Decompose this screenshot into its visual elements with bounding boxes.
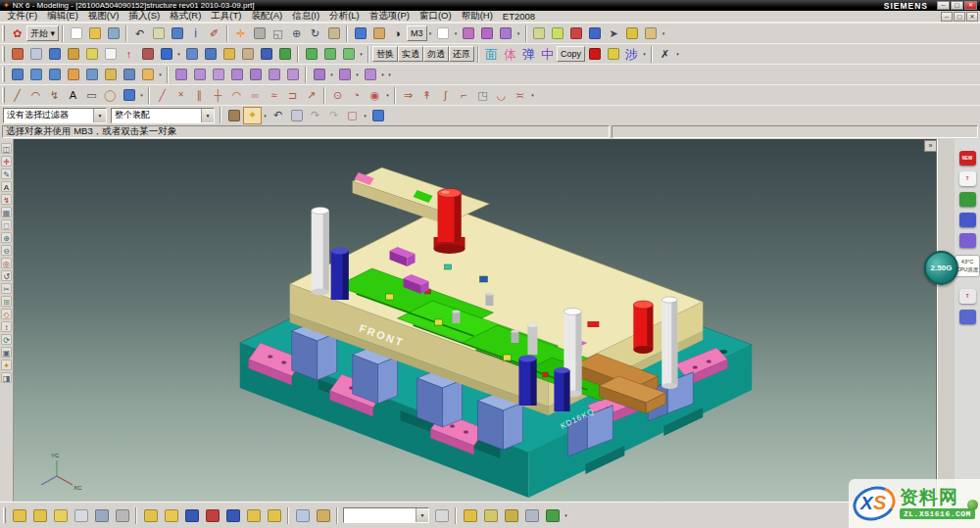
find-component-icon[interactable] bbox=[29, 505, 50, 525]
wave-cube-1-icon[interactable] bbox=[172, 66, 190, 83]
wave-link-icon[interactable] bbox=[302, 45, 320, 63]
die-assembly-model[interactable]: FRONT KD16KQ XC YC bbox=[14, 139, 936, 502]
menu-insert[interactable]: 插入(S) bbox=[123, 10, 165, 23]
rotate-view-icon[interactable]: ↻ bbox=[306, 24, 324, 42]
camera-icon[interactable] bbox=[91, 505, 112, 525]
info-icon[interactable]: i bbox=[186, 24, 205, 42]
undo-selection-icon[interactable]: ↶ bbox=[269, 107, 287, 124]
undo-icon[interactable]: ↶ bbox=[130, 24, 149, 42]
menu-format[interactable]: 格式(R) bbox=[165, 10, 206, 23]
gamepad-gadget-icon[interactable] bbox=[959, 213, 976, 227]
exploded-view-icon[interactable] bbox=[292, 505, 313, 525]
left-tool-pencil-icon[interactable]: ✎ bbox=[1, 168, 12, 179]
left-tool-table-icon[interactable]: ▦ bbox=[1, 207, 12, 217]
drafting-icon[interactable] bbox=[642, 24, 661, 42]
left-tool-diamond-icon[interactable]: ◇ bbox=[1, 309, 12, 319]
toolbar-handle[interactable] bbox=[2, 25, 5, 41]
new-gadget-icon[interactable]: NEW bbox=[959, 151, 976, 166]
make-corner-icon[interactable]: ◳ bbox=[473, 86, 492, 104]
select-chain-icon[interactable] bbox=[224, 107, 243, 124]
wave-cube-3-icon[interactable] bbox=[209, 66, 227, 83]
snap-point-icon[interactable]: ✦ bbox=[243, 107, 262, 124]
no-transparent-button[interactable]: 勿透 bbox=[423, 46, 449, 62]
intersection-icon[interactable]: ┼ bbox=[209, 86, 227, 104]
hole-icon[interactable] bbox=[238, 45, 257, 63]
two-circles-icon[interactable]: ∞ bbox=[246, 86, 265, 104]
assembly-constraints-icon[interactable] bbox=[567, 24, 586, 42]
wave-geometry-icon[interactable] bbox=[320, 45, 339, 63]
patch-icon[interactable] bbox=[275, 45, 294, 63]
hide-component-icon[interactable]: ✗ bbox=[656, 45, 674, 63]
left-tool-star-icon[interactable]: ✦ bbox=[1, 360, 12, 370]
left-tool-vresize-icon[interactable]: ↕ bbox=[1, 321, 12, 332]
wave-cube-4-icon[interactable] bbox=[227, 66, 246, 83]
open-component-icon[interactable] bbox=[50, 505, 71, 525]
save-icon[interactable] bbox=[104, 24, 122, 42]
unite-icon[interactable] bbox=[182, 45, 201, 63]
close-button[interactable]: ✕ bbox=[964, 1, 977, 10]
perspective-icon[interactable] bbox=[324, 24, 343, 42]
studio-spline-icon[interactable]: ≈ bbox=[265, 86, 283, 104]
interpart-copy-icon[interactable] bbox=[335, 66, 354, 83]
left-tool-square-icon[interactable]: ◻ bbox=[1, 219, 12, 230]
revolve-icon[interactable] bbox=[64, 45, 82, 63]
edit-object-display-icon[interactable] bbox=[623, 24, 642, 42]
menu-et2008[interactable]: ET2008 bbox=[498, 11, 540, 22]
clip-section-icon[interactable] bbox=[460, 24, 478, 42]
replace-button[interactable]: 替换 bbox=[372, 46, 398, 62]
m3-view-button[interactable]: M3 bbox=[407, 25, 427, 41]
menu-information[interactable]: 信息(I) bbox=[287, 10, 324, 23]
center-button[interactable]: 中 bbox=[538, 45, 557, 63]
extrude-icon[interactable] bbox=[45, 45, 64, 63]
datum-axis-icon[interactable]: ↑ bbox=[120, 45, 138, 63]
chain-icon[interactable] bbox=[431, 505, 452, 525]
copy-button[interactable]: Copy bbox=[557, 46, 585, 62]
left-tool-grid-icon[interactable]: ◫ bbox=[1, 143, 12, 154]
mirror-assembly-icon[interactable] bbox=[181, 505, 202, 525]
wade-button[interactable]: 涉 bbox=[622, 45, 641, 63]
battery-gadget-icon[interactable] bbox=[959, 192, 976, 207]
mirror-body-icon[interactable] bbox=[339, 45, 358, 63]
offset-curve-icon[interactable]: ⊐ bbox=[283, 86, 302, 104]
left-tool-cross-icon[interactable]: ✛ bbox=[1, 156, 12, 167]
shaded-view-icon[interactable] bbox=[351, 24, 369, 42]
pan-icon[interactable] bbox=[250, 24, 269, 42]
assembly-navigator-icon[interactable] bbox=[9, 505, 29, 525]
zoom-window-icon[interactable]: ◱ bbox=[269, 24, 287, 42]
check-mate-icon[interactable] bbox=[542, 505, 563, 525]
flange-icon[interactable] bbox=[26, 66, 45, 83]
select-arrow-icon[interactable]: ➤ bbox=[605, 24, 623, 42]
clearance-analysis-icon[interactable] bbox=[480, 505, 501, 525]
resource-bar[interactable]: » bbox=[937, 139, 955, 502]
close-arc-icon[interactable]: ◡ bbox=[492, 86, 511, 104]
circle-arc-icon[interactable]: ◔ bbox=[347, 86, 366, 104]
wireframe-view-icon[interactable] bbox=[369, 24, 388, 42]
bend-icon[interactable] bbox=[8, 66, 26, 83]
tangent-arc-icon[interactable]: ◠ bbox=[227, 86, 246, 104]
body-button[interactable]: 体 bbox=[501, 45, 519, 63]
solid-transparent-button[interactable]: 实透 bbox=[398, 46, 423, 62]
left-tool-refresh-icon[interactable]: ⟳ bbox=[1, 334, 12, 345]
fillet-icon[interactable]: ʃ bbox=[436, 86, 455, 104]
chamfer-icon[interactable]: ⌐ bbox=[455, 86, 473, 104]
left-tool-target-icon[interactable]: ◎ bbox=[1, 258, 12, 268]
mdi-minimize-button[interactable]: ─ bbox=[941, 12, 953, 22]
wave-cube-7-icon[interactable] bbox=[283, 66, 302, 83]
polyline-icon[interactable]: ↯ bbox=[45, 86, 64, 104]
line-icon[interactable]: ╱ bbox=[153, 86, 172, 104]
louver-icon[interactable] bbox=[120, 66, 138, 83]
arrow-up-icon[interactable]: ↗ bbox=[302, 86, 320, 104]
toolbar-handle[interactable] bbox=[2, 87, 5, 103]
report-icon[interactable] bbox=[521, 505, 542, 525]
menu-tools[interactable]: 工具(T) bbox=[206, 10, 246, 23]
left-tool-zoomin-icon[interactable]: ⊕ bbox=[1, 232, 12, 243]
t-gadget-icon[interactable]: T bbox=[959, 171, 976, 186]
sphere-icon[interactable] bbox=[257, 45, 275, 63]
wave-cube-2-icon[interactable] bbox=[190, 66, 209, 83]
new-file-icon[interactable] bbox=[67, 24, 85, 42]
left-tool-plusgrid-icon[interactable]: ⊞ bbox=[1, 296, 12, 307]
quick-trim-icon[interactable]: ⇒ bbox=[399, 86, 417, 104]
type-filter-combo[interactable]: 没有选择过滤器▼ bbox=[3, 108, 107, 123]
arrows-disabled-icon[interactable]: ↷ bbox=[324, 107, 343, 124]
spring-button[interactable]: 弹 bbox=[519, 45, 538, 63]
